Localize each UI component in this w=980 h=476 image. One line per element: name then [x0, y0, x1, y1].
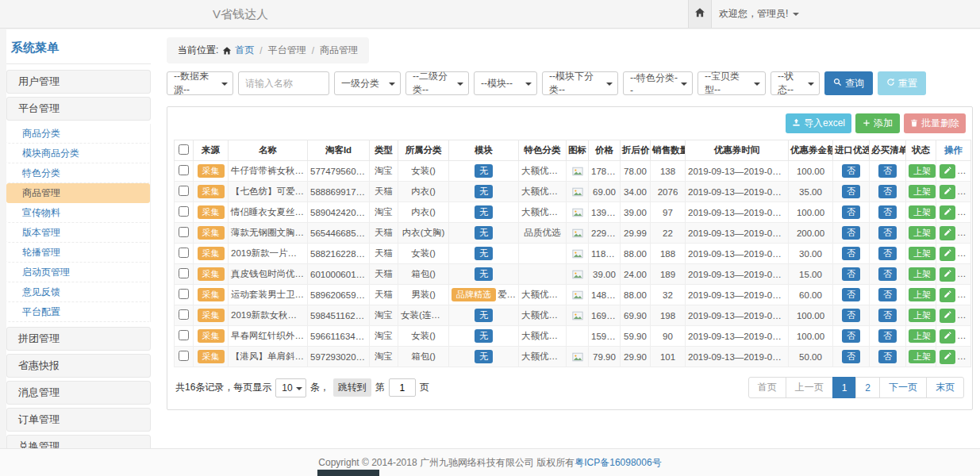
status-badge[interactable]: 上架 [909, 226, 936, 240]
edit-button[interactable] [940, 309, 955, 323]
sidebar-section[interactable]: 消息管理 [6, 381, 151, 405]
row-checkbox[interactable] [179, 248, 189, 258]
filter-select[interactable]: --特色分类-- [623, 71, 693, 95]
import-select-cell-badge[interactable]: 否 [842, 247, 860, 260]
row-checkbox[interactable] [179, 227, 189, 237]
sidebar-section[interactable]: 省惠快报 [6, 354, 151, 378]
select-all-checkbox[interactable] [179, 144, 189, 155]
filter-select[interactable]: --模块-- [474, 71, 537, 95]
page-button[interactable]: 上一页 [786, 377, 833, 398]
filter-select[interactable]: --模块下分类-- [542, 71, 618, 95]
edit-button[interactable] [940, 288, 955, 302]
home-button[interactable] [688, 0, 712, 28]
batch-delete-button[interactable]: 批量删除 [904, 113, 966, 133]
status-badge[interactable]: 上架 [909, 164, 936, 178]
edit-button[interactable] [940, 226, 955, 240]
filter-select[interactable]: --宝贝类型-- [698, 71, 766, 95]
status-badge[interactable]: 上架 [909, 247, 936, 260]
must-buy-cell-badge[interactable]: 否 [878, 350, 897, 363]
status-badge[interactable]: 上架 [909, 350, 936, 363]
import-excel-button[interactable]: 导入excel [786, 113, 851, 133]
import-select-cell-badge[interactable]: 否 [842, 205, 860, 219]
sidebar-section[interactable]: 拼团管理 [6, 327, 151, 351]
status-badge[interactable]: 上架 [909, 329, 936, 343]
row-checkbox[interactable] [179, 165, 189, 175]
row-checkbox[interactable] [179, 268, 189, 278]
status-badge[interactable]: 上架 [909, 185, 936, 198]
sidebar-section[interactable]: 订单管理 [6, 408, 151, 432]
import-select-cell-badge[interactable]: 否 [842, 309, 860, 322]
must-buy-cell-badge[interactable]: 否 [878, 247, 897, 260]
edit-button[interactable] [940, 164, 955, 178]
type-cell: 天猫 [370, 182, 398, 202]
sidebar-section[interactable]: 平台管理 [6, 97, 151, 121]
import-select-cell-badge[interactable]: 否 [842, 267, 860, 281]
must-buy-cell-badge[interactable]: 否 [878, 267, 897, 281]
filter-select[interactable]: 一级分类 [334, 71, 401, 95]
sales-cell: 138 [651, 161, 686, 182]
row-checkbox[interactable] [179, 351, 189, 361]
page-button[interactable]: 1 [832, 377, 857, 398]
user-menu[interactable]: 欢迎您，管理员! [719, 0, 799, 28]
sidebar-item[interactable]: 轮播管理 [6, 243, 150, 263]
search-name-input[interactable] [238, 71, 329, 95]
status-badge[interactable]: 上架 [909, 267, 936, 281]
page-button[interactable]: 首页 [748, 377, 786, 398]
sidebar-item[interactable]: 商品分类 [6, 124, 150, 144]
must-buy-cell-badge[interactable]: 否 [878, 164, 897, 178]
breadcrumb-home-link[interactable]: 首页 [222, 44, 254, 57]
must-buy-cell-badge[interactable]: 否 [878, 205, 897, 219]
status-badge[interactable]: 上架 [909, 205, 936, 219]
add-button[interactable]: 添加 [855, 113, 900, 133]
sidebar-item[interactable]: 平台配置 [6, 302, 150, 322]
edit-button[interactable] [940, 350, 955, 364]
edit-button[interactable] [940, 247, 955, 261]
jump-page-input[interactable] [389, 378, 416, 397]
jump-to-button[interactable]: 跳转到 [333, 378, 371, 397]
edit-button[interactable] [940, 267, 955, 282]
must-buy-cell-badge[interactable]: 否 [878, 329, 897, 343]
must-buy-cell-badge[interactable]: 否 [878, 226, 897, 240]
row-checkbox[interactable] [179, 309, 189, 320]
import-select-cell-badge[interactable]: 否 [842, 329, 860, 343]
page-button[interactable]: 下一页 [879, 377, 927, 398]
status-badge[interactable]: 上架 [909, 309, 936, 322]
sidebar-item[interactable]: 宣传物料 [6, 203, 150, 223]
reset-button[interactable]: 重置 [878, 71, 926, 95]
sidebar-item[interactable]: 启动页管理 [6, 263, 150, 282]
row-checkbox[interactable] [179, 289, 189, 299]
sidebar-item[interactable]: 特色分类 [6, 163, 150, 183]
edit-button[interactable] [940, 185, 955, 199]
filter-select[interactable]: --状态-- [771, 71, 820, 95]
filter-select[interactable]: --二级分类-- [405, 71, 469, 95]
sidebar-item[interactable]: 版本管理 [6, 223, 150, 243]
page-button[interactable]: 2 [855, 377, 880, 398]
sidebar-item[interactable]: 模块商品分类 [6, 144, 150, 163]
sidebar-item[interactable]: 意见反馈 [6, 282, 150, 302]
import-select-cell-badge[interactable]: 否 [842, 185, 860, 198]
page-size-select[interactable]: 10 [275, 378, 306, 397]
edit-button[interactable] [940, 329, 955, 344]
row-checkbox[interactable] [179, 186, 189, 196]
must-buy-cell-badge[interactable]: 否 [878, 309, 897, 322]
import-select-cell-badge[interactable]: 否 [842, 226, 860, 240]
row-checkbox[interactable] [179, 206, 189, 217]
page-button[interactable]: 末页 [926, 377, 964, 398]
import-select-cell-badge[interactable]: 否 [842, 164, 860, 178]
must-buy-cell-badge[interactable]: 否 [878, 288, 897, 301]
status-badge[interactable]: 上架 [909, 288, 936, 301]
import-select-cell-badge[interactable]: 否 [842, 288, 860, 301]
sidebar-section[interactable]: 用户管理 [6, 70, 151, 94]
edit-button[interactable] [940, 205, 955, 220]
row-checkbox[interactable] [179, 330, 189, 340]
discount-price-cell: 69.90 [621, 305, 651, 326]
search-button[interactable]: 查询 [824, 71, 873, 95]
import-select-cell-badge[interactable]: 否 [842, 350, 860, 363]
product-thumb-icon [572, 248, 583, 259]
filter-select[interactable]: --数据来源-- [167, 71, 233, 95]
sidebar-item[interactable]: 商品管理 [6, 183, 150, 203]
breadcrumb: 当前位置: 首页 / 平台管理 / 商品管理 [167, 37, 369, 63]
price-cell: 229.99 [589, 223, 621, 244]
must-buy-cell-badge[interactable]: 否 [878, 185, 897, 198]
icp-link[interactable]: 粤ICP备16098006号 [575, 456, 661, 470]
